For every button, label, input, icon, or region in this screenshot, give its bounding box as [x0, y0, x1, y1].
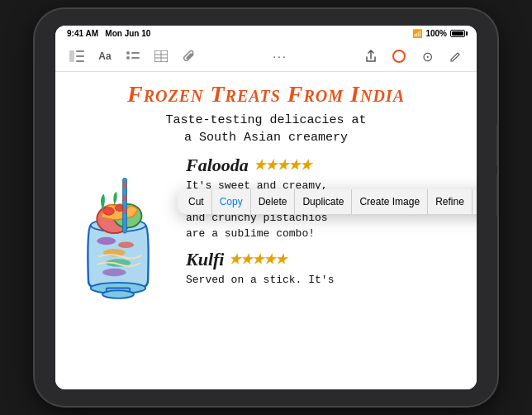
subtitle-line1: Taste-testing delicacies at	[165, 113, 366, 127]
cut-button[interactable]: Cut	[181, 189, 212, 214]
svg-rect-2	[76, 55, 84, 57]
status-time: 9:41 AM Mon Jun 10	[67, 29, 150, 38]
falooda-desc-4: are a sublime combo!	[186, 227, 315, 240]
tablet: 9:41 AM Mon Jun 10 📶 100%	[35, 9, 497, 406]
kulfi-title: Kulfi ★★★★★	[186, 249, 463, 270]
refine-button[interactable]: Refine	[428, 189, 473, 214]
svg-point-26	[118, 241, 134, 248]
battery-icon	[450, 30, 465, 37]
svg-rect-22	[123, 182, 127, 188]
date-display: Mon Jun 10	[105, 29, 150, 38]
svg-point-4	[126, 51, 130, 55]
svg-point-6	[126, 56, 130, 60]
note-content: Frozen Treats From India Taste-testing d…	[55, 72, 477, 389]
share-icon[interactable]	[359, 45, 382, 68]
kulfi-name: Kulfi	[186, 249, 224, 270]
context-menu: Cut Copy Delete Duplicate Create Image R…	[178, 189, 477, 214]
svg-point-16	[102, 290, 134, 298]
delete-button[interactable]: Delete	[251, 189, 296, 214]
attach-icon[interactable]	[178, 45, 201, 68]
status-bar: 9:41 AM Mon Jun 10 📶 100%	[55, 26, 477, 41]
subtitle-line2: a South Asian creamery	[184, 131, 348, 145]
circle-icon[interactable]	[387, 45, 411, 68]
tablet-screen: 9:41 AM Mon Jun 10 📶 100%	[55, 26, 477, 389]
copy-button[interactable]: Copy	[212, 189, 251, 214]
svg-rect-23	[123, 194, 127, 201]
kulfi-desc: Served on a stick. It's	[186, 272, 463, 289]
duplicate-button[interactable]: Duplicate	[295, 189, 352, 214]
svg-rect-5	[131, 52, 140, 54]
svg-rect-7	[131, 57, 140, 59]
svg-rect-24	[123, 207, 127, 213]
svg-rect-1	[76, 50, 84, 52]
table-icon[interactable]	[150, 45, 173, 68]
kulfi-desc-1: Served on a stick. It's	[186, 274, 334, 286]
svg-rect-0	[69, 50, 74, 62]
tablet-side-button	[496, 125, 497, 166]
note-right: Falooda ★★★★★ It's sweet and creamy, jel…	[186, 155, 463, 315]
list-icon[interactable]	[121, 45, 145, 68]
note-title: Frozen Treats From India	[69, 80, 463, 108]
note-subtitle: Taste-testing delicacies at a South Asia…	[69, 112, 463, 146]
copy-as-text-button[interactable]: Copy as Text	[473, 189, 477, 214]
status-right: 📶 100%	[412, 29, 465, 38]
kulfi-stars: ★★★★★	[229, 251, 287, 267]
smiley-icon[interactable]: ⊙	[416, 45, 439, 68]
pencil-icon[interactable]	[444, 45, 467, 68]
falooda-title: Falooda ★★★★★	[186, 155, 463, 176]
svg-rect-3	[76, 60, 84, 62]
kulfi-section: Kulfi ★★★★★ Served on a stick. It's	[186, 249, 463, 289]
svg-point-19	[103, 207, 114, 215]
battery-percent: 100%	[425, 29, 447, 38]
svg-point-25	[97, 236, 116, 245]
svg-point-29	[102, 268, 126, 276]
battery-fill	[452, 31, 463, 36]
svg-point-12	[393, 50, 405, 62]
time-display: 9:41 AM	[67, 29, 98, 38]
dessert-illustration	[69, 155, 176, 315]
toolbar: Aa	[55, 41, 477, 72]
falooda-name: Falooda	[186, 155, 249, 176]
sidebar-toggle-icon[interactable]	[65, 45, 88, 68]
text-format-icon[interactable]: Aa	[93, 45, 116, 68]
create-image-button[interactable]: Create Image	[352, 189, 428, 214]
wifi-icon: 📶	[412, 29, 422, 38]
toolbar-dots[interactable]: ···	[273, 50, 287, 63]
tablet-side-button-2	[496, 174, 497, 216]
note-body: Falooda ★★★★★ It's sweet and creamy, jel…	[69, 155, 463, 315]
falooda-stars: ★★★★★	[254, 157, 311, 173]
